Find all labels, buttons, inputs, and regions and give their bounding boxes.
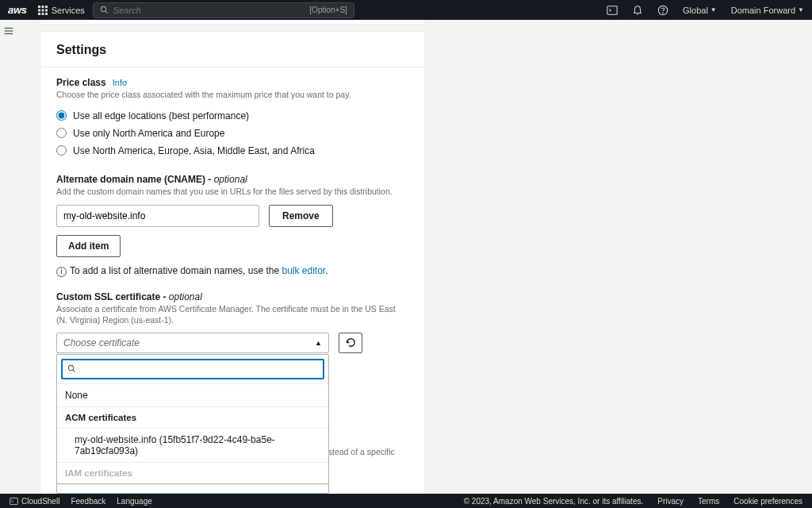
footer-privacy[interactable]: Privacy [657,497,684,506]
price-option-na-eu-asia[interactable]: Use North America, Europe, Asia, Middle … [56,142,408,160]
account-menu[interactable]: Domain Forward▼ [731,6,804,15]
svg-rect-5 [45,9,48,11]
price-option-all-radio[interactable] [56,110,67,121]
dropdown-search-row [57,355,328,384]
footer-cookie-preferences[interactable]: Cookie preferences [733,497,802,506]
footer-language[interactable]: Language [117,497,152,506]
panel-title: Settings [56,43,408,57]
region-selector[interactable]: Global▼ [683,6,717,15]
cname-remove-button[interactable]: Remove [269,205,333,227]
search-shortcut: [Option+S] [309,6,347,14]
cname-section: Alternate domain name (CNAME) - optional… [56,174,408,278]
dropdown-option-acm-cert[interactable]: my-old-website.info (15fb51f7-9d22-4c49-… [57,429,328,462]
top-nav: aws Services [Option+S] Global▼ Domain F… [0,0,812,20]
cname-label: Alternate domain name (CNAME) - optional [56,174,247,185]
ssl-certificate-select[interactable]: Choose certificate ▲ [56,333,329,353]
svg-rect-6 [38,13,40,15]
svg-point-14 [663,12,664,13]
price-option-na-eu-asia-radio[interactable] [56,145,67,156]
cname-hint: Add the custom domain names that you use… [56,187,408,198]
services-label: Services [52,6,85,15]
services-menu[interactable]: Services [38,6,85,15]
panel-header: Settings [40,32,424,67]
svg-point-18 [68,365,73,370]
price-class-section: Price class Info Choose the price class … [56,77,408,160]
info-icon: i [56,267,67,277]
dropdown-option-none[interactable]: None [57,384,328,406]
svg-rect-0 [38,6,40,8]
ssl-refresh-button[interactable] [339,333,362,353]
price-option-na-eu[interactable]: Use only North America and Europe [56,125,408,142]
svg-rect-4 [41,9,44,11]
cloudshell-icon [10,497,18,506]
price-option-all[interactable]: Use all edge locations (best performance… [56,107,408,125]
footer-copyright: © 2023, Amazon Web Services, Inc. or its… [464,497,644,506]
price-class-hint: Choose the price class associated with t… [56,90,408,101]
search-icon [67,364,76,373]
search-icon [100,6,109,14]
chevron-up-icon: ▲ [315,339,322,347]
footer-cloudshell[interactable]: CloudShell [10,497,59,506]
notifications-icon[interactable] [632,5,643,16]
cname-input[interactable] [56,205,259,227]
dropdown-group-iam: IAM certificates [57,462,328,483]
dropdown-group-acm: ACM certificates [57,406,328,429]
svg-line-10 [105,11,108,13]
main-content: Settings Price class Info Choose the pri… [19,20,812,494]
global-search[interactable]: [Option+S] [93,2,354,18]
svg-rect-1 [41,6,44,8]
footer: CloudShell Feedback Language © 2023, Ama… [0,494,812,508]
ssl-label: Custom SSL certificate - optional [56,291,202,302]
svg-rect-2 [45,6,48,8]
services-grid-icon [38,6,48,15]
aws-logo[interactable]: aws [8,4,27,16]
help-icon[interactable] [657,5,668,16]
ssl-certificate-dropdown: None ACM certificates my-old-website.inf… [56,354,329,484]
bulk-editor-link[interactable]: bulk editor [282,265,326,276]
svg-rect-11 [607,6,617,14]
svg-rect-20 [10,498,18,504]
price-class-label: Price class [56,77,106,88]
sidebar-toggle[interactable] [3,25,14,37]
svg-point-9 [101,6,105,11]
bulk-editor-hint: iTo add a list of alternative domain nam… [56,265,408,277]
footer-feedback[interactable]: Feedback [71,497,105,506]
svg-rect-7 [41,13,44,15]
svg-rect-3 [38,9,40,11]
add-item-button[interactable]: Add item [56,235,121,257]
search-input[interactable] [113,6,309,15]
svg-line-19 [73,370,75,372]
price-option-na-eu-radio[interactable] [56,128,67,138]
svg-rect-8 [45,13,48,15]
footer-terms[interactable]: Terms [698,497,719,506]
settings-panel: Settings Price class Info Choose the pri… [40,31,425,494]
price-class-info-link[interactable]: Info [113,78,127,87]
cloudshell-icon[interactable] [607,5,618,16]
ssl-hint: Associate a certificate from AWS Certifi… [56,304,408,325]
ssl-select-placeholder: Choose certificate [63,337,140,348]
dropdown-search-input[interactable] [80,364,318,375]
ssl-section: Custom SSL certificate - optional Associ… [56,291,408,494]
